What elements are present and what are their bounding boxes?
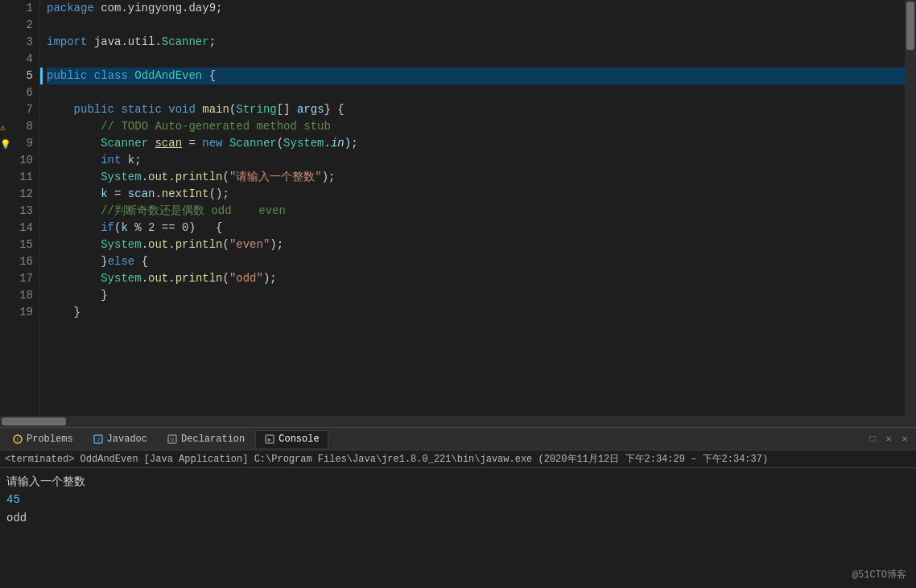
- line-number: 18: [11, 287, 33, 304]
- code-content[interactable]: package com.yingyong.day9;import java.ut…: [40, 0, 905, 416]
- left-margin-row: [0, 236, 11, 253]
- code-line: k = scan.nextInt();: [47, 186, 905, 203]
- token: Scanner: [162, 34, 209, 51]
- left-margin-row: [0, 253, 11, 270]
- token: System: [283, 135, 324, 152]
- svg-text:▶: ▶: [268, 436, 272, 443]
- line-number: 3: [11, 34, 33, 51]
- code-line: public class OddAndEven {: [47, 68, 905, 84]
- token: }: [47, 287, 108, 304]
- line-number: 17: [11, 270, 33, 287]
- bottom-panel: !ProblemsJJavadocDDeclaration▶Console □ …: [0, 427, 916, 588]
- token: import: [47, 34, 87, 51]
- token: [47, 101, 74, 118]
- token: static: [121, 101, 161, 118]
- token: System: [101, 270, 141, 287]
- token: out: [148, 236, 168, 253]
- scrollbar-vertical[interactable]: [905, 0, 916, 416]
- token: OddAndEven: [134, 68, 202, 84]
- console-header: <terminated> OddAndEven [Java Applicatio…: [0, 450, 916, 468]
- token: (: [222, 270, 229, 287]
- code-line: }: [47, 287, 905, 304]
- token: System: [101, 169, 141, 186]
- token: (: [114, 220, 121, 236]
- token: [47, 270, 101, 287]
- minimize-button[interactable]: □: [866, 433, 879, 446]
- scrollbar-horizontal[interactable]: [0, 416, 916, 427]
- scrollbar-thumb-horizontal[interactable]: [2, 417, 66, 426]
- line-number: 5: [11, 68, 33, 84]
- token: .: [142, 270, 148, 287]
- token: args: [297, 101, 324, 118]
- token: } {: [324, 101, 345, 118]
- tab-javadoc[interactable]: JJavadoc: [84, 430, 156, 448]
- token: {: [134, 253, 148, 270]
- token: (: [229, 101, 236, 118]
- token: .: [142, 169, 148, 186]
- line-number: 4: [11, 51, 33, 68]
- code-line: }else {: [47, 253, 905, 270]
- token: .: [168, 270, 175, 287]
- tab-declaration[interactable]: DDeclaration: [158, 430, 254, 448]
- code-line: int k;: [47, 152, 905, 169]
- token: class: [94, 68, 128, 84]
- close-panel-button[interactable]: ✕: [898, 433, 911, 446]
- code-line: [47, 51, 905, 68]
- token: [196, 101, 202, 118]
- token: scan: [155, 135, 182, 152]
- token: if: [101, 220, 114, 236]
- token: ;: [209, 34, 216, 51]
- tab-problems[interactable]: !Problems: [3, 430, 82, 448]
- line-number: 11: [11, 169, 33, 186]
- token: String: [236, 101, 276, 118]
- token: [47, 253, 101, 270]
- token: }: [47, 304, 80, 321]
- javadoc-tab-icon: J: [93, 434, 104, 445]
- problems-tab-label: Problems: [27, 434, 73, 445]
- token: );: [322, 169, 336, 186]
- maximize-button[interactable]: ✕: [882, 433, 895, 446]
- token: [222, 135, 229, 152]
- left-margin-row: [0, 287, 11, 304]
- line-number: 8: [11, 118, 33, 135]
- code-line: System.out.println("odd");: [47, 270, 905, 287]
- code-line: [47, 17, 905, 34]
- code-line: System.out.println("请输入一个整数");: [47, 169, 905, 186]
- left-margin-row: [0, 101, 11, 118]
- token: =: [108, 186, 128, 203]
- tab-console[interactable]: ▶Console: [255, 430, 328, 448]
- left-margin-row: [0, 220, 11, 236]
- left-margin-row: [0, 68, 11, 84]
- code-line: // TODO Auto-generated method stub: [47, 118, 905, 135]
- tab-bar: !ProblemsJJavadocDDeclaration▶Console □ …: [0, 428, 916, 450]
- token: [47, 135, 101, 152]
- token: .: [142, 236, 148, 253]
- line-number: 13: [11, 203, 33, 220]
- token: Scanner: [229, 135, 277, 152]
- token: else: [108, 253, 135, 270]
- console-output: 请输入一个整数45odd: [0, 468, 916, 588]
- left-margin-row: [0, 270, 11, 287]
- code-line: import java.util.Scanner;: [47, 34, 905, 51]
- token: k: [101, 186, 107, 203]
- line-numbers: 12345678910111213141516171819: [11, 0, 40, 416]
- token: [47, 236, 101, 253]
- line-number: 15: [11, 236, 33, 253]
- code-container: ⚠💡 12345678910111213141516171819 package…: [0, 0, 916, 416]
- line-number: 14: [11, 220, 33, 236]
- code-line: //判断奇数还是偶数 odd even: [47, 203, 905, 220]
- code-line: if(k % 2 == 0) {: [47, 220, 905, 236]
- left-margin-row: [0, 169, 11, 186]
- svg-text:D: D: [171, 437, 174, 443]
- token: out: [148, 169, 168, 186]
- token: =: [182, 135, 202, 152]
- left-margin-row: 💡: [0, 135, 11, 152]
- token: package: [47, 0, 94, 17]
- token: [47, 203, 101, 220]
- token: println: [175, 169, 223, 186]
- token: ) {: [188, 220, 222, 236]
- token: (: [222, 169, 229, 186]
- scrollbar-thumb-vertical[interactable]: [906, 2, 914, 50]
- token: [162, 101, 168, 118]
- token: .: [168, 236, 175, 253]
